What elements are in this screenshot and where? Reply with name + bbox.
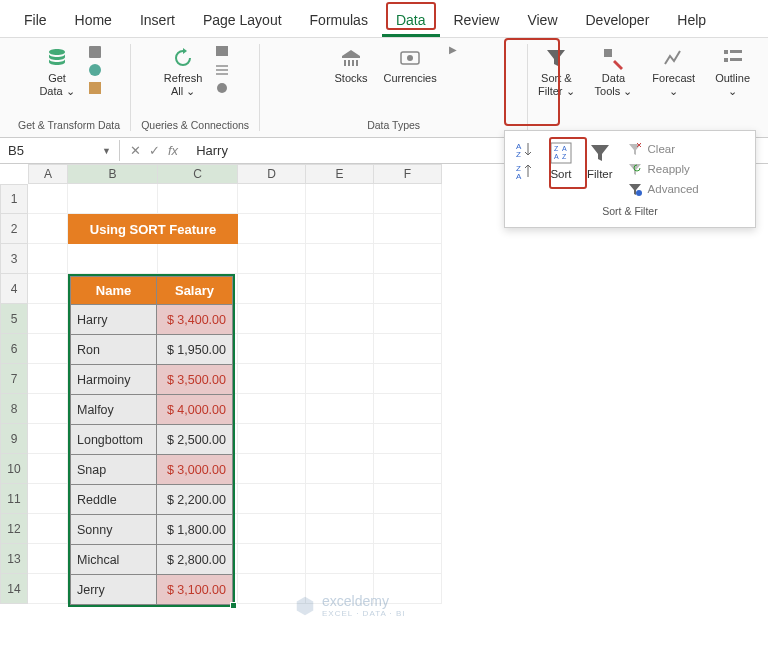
tab-page-layout[interactable]: Page Layout <box>189 6 296 37</box>
header-name[interactable]: Name <box>71 277 157 305</box>
row-header-4[interactable]: 4 <box>0 274 28 304</box>
sort-za-button[interactable]: ZA <box>515 163 535 181</box>
cell-salary[interactable]: $ 2,800.00 <box>157 545 233 575</box>
ribbon: Get Data ⌄ Get & Transform Data Refresh … <box>0 38 768 138</box>
row-header-13[interactable]: 13 <box>0 544 28 574</box>
row-header-14[interactable]: 14 <box>0 574 28 604</box>
sort-filter-button[interactable]: Sort & Filter ⌄ <box>534 44 579 100</box>
refresh-all-button[interactable]: Refresh All ⌄ <box>160 44 207 100</box>
cell-salary[interactable]: $ 3,500.00 <box>157 365 233 395</box>
svg-rect-12 <box>724 58 728 62</box>
table-row[interactable]: Snap$ 3,000.00 <box>71 455 233 485</box>
cell-salary[interactable]: $ 3,100.00 <box>157 575 233 605</box>
get-data-button[interactable]: Get Data ⌄ <box>35 44 78 100</box>
clear-icon <box>627 141 643 157</box>
confirm-icon[interactable]: ✓ <box>149 143 160 158</box>
cell-salary[interactable]: $ 1,800.00 <box>157 515 233 545</box>
header-salary[interactable]: Salary <box>157 277 233 305</box>
cell-salary[interactable]: $ 3,000.00 <box>157 455 233 485</box>
queries-icon[interactable] <box>214 44 230 60</box>
tab-data[interactable]: Data <box>382 6 440 37</box>
row-header-5[interactable]: 5 <box>0 304 28 334</box>
tab-help[interactable]: Help <box>663 6 720 37</box>
tab-insert[interactable]: Insert <box>126 6 189 37</box>
table-row[interactable]: Longbottom$ 2,500.00 <box>71 425 233 455</box>
cell-name[interactable]: Harry <box>71 305 157 335</box>
col-header-F[interactable]: F <box>374 164 442 184</box>
chevron-right-icon[interactable]: ▶ <box>449 44 457 55</box>
tab-view[interactable]: View <box>513 6 571 37</box>
tab-developer[interactable]: Developer <box>572 6 664 37</box>
currencies-button[interactable]: Currencies <box>380 44 441 87</box>
fx-icon[interactable]: fx <box>168 143 178 158</box>
row-header-11[interactable]: 11 <box>0 484 28 514</box>
from-text-icon[interactable] <box>87 44 103 60</box>
from-table-icon[interactable] <box>87 80 103 96</box>
svg-rect-4 <box>216 65 228 67</box>
table-row[interactable]: Jerry$ 3,100.00 <box>71 575 233 605</box>
tab-review[interactable]: Review <box>440 6 514 37</box>
sort-custom-icon: ZAAZ <box>549 141 573 165</box>
table-row[interactable]: Harmoiny$ 3,500.00 <box>71 365 233 395</box>
cell-name[interactable]: Harmoiny <box>71 365 157 395</box>
filter-button[interactable]: Filter <box>587 141 613 180</box>
data-tools-button[interactable]: Data Tools ⌄ <box>591 44 637 100</box>
row-header-1[interactable]: 1 <box>0 184 28 214</box>
svg-text:Z: Z <box>554 145 559 152</box>
reapply-icon <box>627 161 643 177</box>
cell-name[interactable]: Reddle <box>71 485 157 515</box>
clear-button[interactable]: Clear <box>627 141 699 157</box>
outline-button[interactable]: Outline ⌄ <box>711 44 754 100</box>
forecast-button[interactable]: Forecast ⌄ <box>648 44 699 100</box>
cell-salary[interactable]: $ 2,200.00 <box>157 485 233 515</box>
selection-handle[interactable] <box>230 602 237 609</box>
cell-salary[interactable]: $ 4,000.00 <box>157 395 233 425</box>
cancel-icon[interactable]: ✕ <box>130 143 141 158</box>
row-header-3[interactable]: 3 <box>0 244 28 274</box>
row-header-6[interactable]: 6 <box>0 334 28 364</box>
title-cell[interactable]: Using SORT Feature <box>68 214 238 244</box>
table-row[interactable]: Ron$ 1,950.00 <box>71 335 233 365</box>
row-header-12[interactable]: 12 <box>0 514 28 544</box>
cell-name[interactable]: Longbottom <box>71 425 157 455</box>
dropdown-label: Sort & Filter <box>515 205 745 217</box>
table-row[interactable]: Michcal$ 2,800.00 <box>71 545 233 575</box>
cell-name[interactable]: Snap <box>71 455 157 485</box>
cell-salary[interactable]: $ 2,500.00 <box>157 425 233 455</box>
cell-name[interactable]: Ron <box>71 335 157 365</box>
from-web-icon[interactable] <box>87 62 103 78</box>
name-box[interactable]: B5▼ <box>0 140 120 161</box>
cell-name[interactable]: Jerry <box>71 575 157 605</box>
sort-za-icon: ZA <box>515 163 535 181</box>
cell-salary[interactable]: $ 1,950.00 <box>157 335 233 365</box>
cell-name[interactable]: Malfoy <box>71 395 157 425</box>
row-header-7[interactable]: 7 <box>0 364 28 394</box>
stocks-button[interactable]: Stocks <box>331 44 372 87</box>
table-row[interactable]: Malfoy$ 4,000.00 <box>71 395 233 425</box>
row-header-9[interactable]: 9 <box>0 424 28 454</box>
row-header-8[interactable]: 8 <box>0 394 28 424</box>
col-header-A[interactable]: A <box>28 164 68 184</box>
col-header-C[interactable]: C <box>158 164 238 184</box>
sort-az-button[interactable]: AZ <box>515 141 535 159</box>
table-row[interactable]: Harry$ 3,400.00 <box>71 305 233 335</box>
cell-name[interactable]: Michcal <box>71 545 157 575</box>
edit-links-icon[interactable] <box>214 80 230 96</box>
properties-icon[interactable] <box>214 62 230 78</box>
svg-point-8 <box>407 55 413 61</box>
table-row[interactable]: Sonny$ 1,800.00 <box>71 515 233 545</box>
sort-custom-button[interactable]: ZAAZ Sort <box>549 141 573 180</box>
row-header-2[interactable]: 2 <box>0 214 28 244</box>
col-header-D[interactable]: D <box>238 164 306 184</box>
col-header-B[interactable]: B <box>68 164 158 184</box>
table-row[interactable]: Reddle$ 2,200.00 <box>71 485 233 515</box>
advanced-button[interactable]: Advanced <box>627 181 699 197</box>
tab-formulas[interactable]: Formulas <box>296 6 382 37</box>
cell-name[interactable]: Sonny <box>71 515 157 545</box>
col-header-E[interactable]: E <box>306 164 374 184</box>
row-header-10[interactable]: 10 <box>0 454 28 484</box>
cell-salary[interactable]: $ 3,400.00 <box>157 305 233 335</box>
reapply-button[interactable]: Reapply <box>627 161 699 177</box>
tab-home[interactable]: Home <box>61 6 126 37</box>
tab-file[interactable]: File <box>10 6 61 37</box>
